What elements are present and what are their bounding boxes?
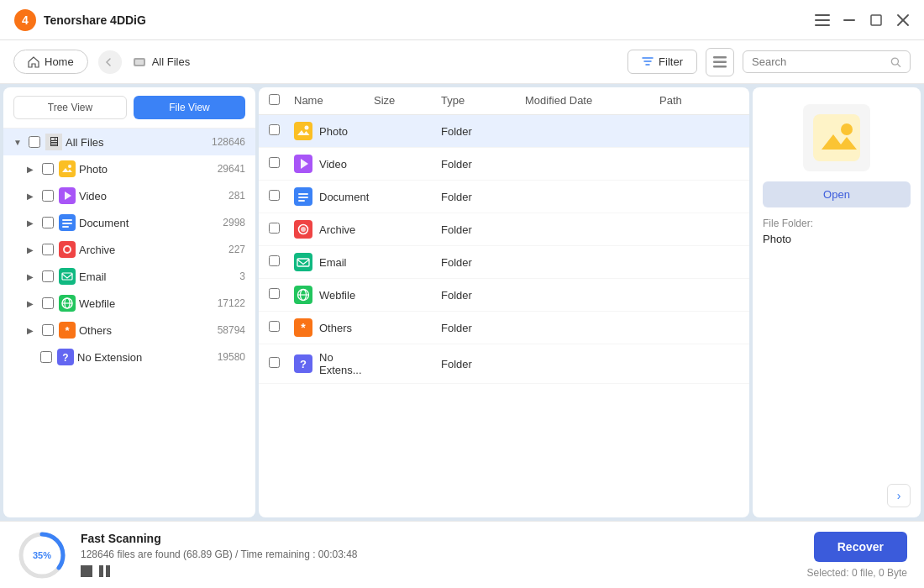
webfile-label: Webfile <box>79 297 214 310</box>
header-size: Size <box>374 94 441 108</box>
svg-text:*: * <box>301 321 306 334</box>
sidebar-item-video[interactable]: ▶ Video 281 <box>3 182 255 209</box>
drive-icon: 🖥 <box>45 134 62 150</box>
svg-rect-16 <box>59 160 76 177</box>
sidebar-item-document[interactable]: ▶ Document 2998 <box>3 209 255 236</box>
file-name: Email <box>319 256 347 269</box>
file-type: Folder <box>441 191 525 203</box>
pause-button[interactable] <box>99 565 113 579</box>
expand-arrow: ▶ <box>27 326 39 335</box>
table-row[interactable]: Video Folder <box>259 148 749 181</box>
file-folder-label: File Folder: <box>763 218 911 229</box>
tree-list: ▼ 🖥 All Files 128646 ▶ Photo 29641 ▶ <box>3 129 255 517</box>
minimize-icon[interactable] <box>842 13 857 28</box>
row-checkbox[interactable] <box>269 288 280 299</box>
file-type: Folder <box>441 358 525 370</box>
header-type: Type <box>441 94 525 108</box>
svg-rect-13 <box>713 66 727 68</box>
drive-icon <box>132 55 147 70</box>
close-icon[interactable] <box>895 13 911 28</box>
noext-checkbox[interactable] <box>40 351 52 363</box>
stop-button[interactable] <box>81 565 92 577</box>
svg-point-59 <box>841 123 853 135</box>
others-checkbox[interactable] <box>42 324 54 336</box>
table-row[interactable]: * Others Folder <box>259 312 749 344</box>
recover-button[interactable]: Recover <box>814 532 907 562</box>
email-count: 3 <box>239 270 245 282</box>
sidebar-item-email[interactable]: ▶ Email 3 <box>3 263 255 290</box>
archive-checkbox[interactable] <box>42 244 54 255</box>
photo-checkbox[interactable] <box>42 163 54 175</box>
row-checkbox[interactable] <box>269 124 280 135</box>
row-checkbox[interactable] <box>269 223 280 234</box>
others-icon: * <box>59 322 76 339</box>
svg-rect-37 <box>294 122 312 140</box>
file-name-cell: Email <box>294 253 374 271</box>
header-checkbox[interactable] <box>269 94 294 108</box>
sidebar-item-noext[interactable]: ? No Extension 19580 <box>3 344 255 370</box>
file-type: Folder <box>441 223 525 236</box>
video-checkbox[interactable] <box>42 190 54 202</box>
table-row[interactable]: ? No Extens... Folder <box>259 344 749 384</box>
svg-rect-44 <box>298 200 305 202</box>
sidebar-item-others[interactable]: ▶ * Others 58794 <box>3 317 255 344</box>
header-path: Path <box>659 94 739 108</box>
table-row[interactable]: Email Folder <box>259 246 749 279</box>
row-checkbox[interactable] <box>269 157 280 168</box>
email-label: Email <box>79 270 236 283</box>
webfile-checkbox[interactable] <box>42 297 54 309</box>
file-name: Video <box>319 158 347 171</box>
sidebar-item-all-files[interactable]: ▼ 🖥 All Files 128646 <box>3 129 255 155</box>
table-row[interactable]: Photo Folder <box>259 115 749 148</box>
svg-rect-27 <box>59 268 76 285</box>
footer-right: Recover Selected: 0 file, 0 Byte <box>807 532 907 579</box>
sidebar-item-webfile[interactable]: ▶ Webfile 17122 <box>3 290 255 317</box>
file-name: Photo <box>319 125 348 138</box>
home-button[interactable]: Home <box>13 50 88 74</box>
all-files-checkbox[interactable] <box>29 136 40 148</box>
document-checkbox[interactable] <box>42 217 54 228</box>
back-button[interactable] <box>98 50 122 74</box>
row-checkbox[interactable] <box>269 190 280 201</box>
photo-file-icon <box>294 122 312 140</box>
toolbar-right: Filter <box>627 48 911 76</box>
file-name-cell: Webfile <box>294 286 374 304</box>
hamburger-icon[interactable] <box>815 13 830 28</box>
maximize-icon[interactable] <box>869 13 884 28</box>
row-checkbox[interactable] <box>269 321 280 332</box>
sidebar-item-photo[interactable]: ▶ Photo 29641 <box>3 155 255 182</box>
sidebar-item-archive[interactable]: ▶ Archive 227 <box>3 236 255 263</box>
file-info-name: Photo <box>763 233 911 245</box>
row-checkbox[interactable] <box>269 255 280 266</box>
table-row[interactable]: Webfile Folder <box>259 279 749 312</box>
all-files-label: All Files <box>66 136 208 149</box>
panel-expand-button[interactable]: › <box>887 484 911 507</box>
header-name: Name <box>294 94 374 108</box>
file-info: File Folder: Photo <box>763 218 911 245</box>
table-row[interactable]: Document Folder <box>259 181 749 213</box>
row-checkbox[interactable] <box>269 357 280 368</box>
video-label: Video <box>79 190 225 202</box>
file-view-button[interactable]: File View <box>134 96 245 119</box>
search-input[interactable] <box>752 55 885 68</box>
document-icon <box>59 214 76 231</box>
list-view-button[interactable] <box>706 48 734 76</box>
noext-icon: ? <box>57 349 74 365</box>
header-modified: Modified Date <box>525 94 659 108</box>
search-bar <box>743 50 911 73</box>
file-name: Document <box>319 191 369 203</box>
video-icon <box>59 187 76 204</box>
file-name-cell: ? No Extens... <box>294 351 374 376</box>
video-file-icon <box>294 155 312 173</box>
breadcrumb: All Files <box>132 55 191 70</box>
table-row[interactable]: Archive Folder <box>259 213 749 246</box>
document-label: Document <box>79 217 219 229</box>
app-logo: 4 <box>13 8 37 32</box>
email-checkbox[interactable] <box>42 270 54 282</box>
file-name: Others <box>319 322 352 334</box>
archive-label: Archive <box>79 244 225 256</box>
tree-view-button[interactable]: Tree View <box>13 96 127 119</box>
open-button[interactable]: Open <box>763 181 911 207</box>
filter-button[interactable]: Filter <box>627 50 697 74</box>
file-type: Folder <box>441 158 525 171</box>
